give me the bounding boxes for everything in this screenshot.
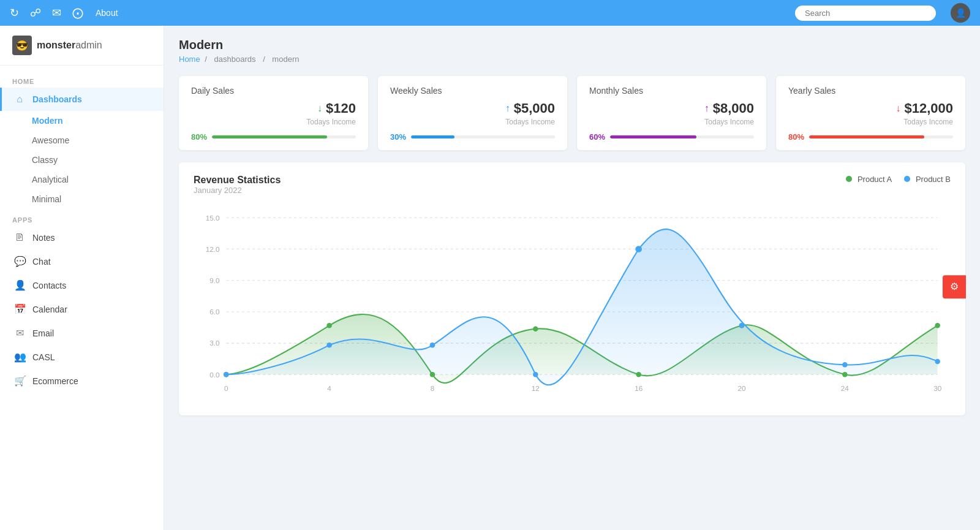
sidebar: 😎 monsteradmin HOME ⌂ Dashboards Modern … <box>0 26 164 530</box>
card-progress-monthly: 60% <box>589 132 754 142</box>
legend-product-a: Product A <box>846 175 892 184</box>
main-content: Modern Home / dashboards / modern Daily … <box>164 26 980 530</box>
sidebar-label-calendar: Calendar <box>32 305 67 314</box>
card-amount-daily: $120 <box>326 100 356 116</box>
legend-dot-b <box>904 176 910 182</box>
grid-icon[interactable]: ⨀ <box>72 6 83 20</box>
sidebar-subitem-analytical[interactable]: Analytical <box>0 170 164 189</box>
breadcrumb: Home / dashboards / modern <box>179 55 965 64</box>
email-icon[interactable]: ✉ <box>52 6 61 20</box>
logo-text: monsteradmin <box>37 40 102 51</box>
card-amount-row-weekly: ↑ $5,000 <box>390 100 555 116</box>
progress-bg-monthly <box>610 135 754 138</box>
progress-fill-yearly <box>809 135 924 138</box>
mail-icon: ✉ <box>14 327 25 339</box>
cart-icon: 🛒 <box>14 375 25 387</box>
sidebar-logo: 😎 monsteradmin <box>0 36 164 66</box>
sidebar-label-casl: CASL <box>32 352 55 362</box>
card-progress-yearly: 80% <box>788 132 953 142</box>
chart-title-group: Revenue Statistics January 2022 <box>194 175 281 202</box>
svg-point-21 <box>326 323 332 328</box>
sidebar-subitem-classy[interactable]: Classy <box>0 150 164 170</box>
sidebar-item-contacts[interactable]: 👤 Contacts <box>0 273 164 297</box>
svg-point-22 <box>430 372 435 377</box>
svg-point-26 <box>842 372 848 377</box>
progress-bg-daily <box>212 135 356 138</box>
card-subtitle-daily: Todays Income <box>191 118 356 126</box>
sidebar-label-contacts: Contacts <box>32 281 66 290</box>
back-icon[interactable]: ↻ <box>10 6 19 20</box>
card-amount-row-daily: ↓ $120 <box>191 100 356 116</box>
card-yearly-sales: Yearly Sales ↓ $12,000 Todays Income 80% <box>776 76 965 150</box>
chat-bubble-icon: 💬 <box>14 256 25 267</box>
sidebar-label-notes: Notes <box>32 233 55 243</box>
svg-point-30 <box>430 343 435 348</box>
svg-text:8: 8 <box>431 384 435 392</box>
avatar[interactable]: 👤 <box>951 3 970 23</box>
svg-point-33 <box>739 323 745 328</box>
svg-text:20: 20 <box>738 384 747 392</box>
logo-icon: 😎 <box>12 36 32 55</box>
sidebar-item-casl[interactable]: 👥 CASL <box>0 345 164 369</box>
about-link[interactable]: About <box>96 8 118 18</box>
card-title-monthly: Monthly Sales <box>589 86 754 96</box>
card-title-yearly: Yearly Sales <box>788 86 953 96</box>
card-title-daily: Daily Sales <box>191 86 356 96</box>
card-amount-weekly: $5,000 <box>514 100 555 116</box>
svg-point-28 <box>224 372 229 377</box>
svg-text:6.0: 6.0 <box>209 308 220 316</box>
page-title: Modern <box>179 38 965 52</box>
sidebar-item-calendar[interactable]: 📅 Calendar <box>0 297 164 321</box>
chart-title: Revenue Statistics <box>194 175 281 186</box>
svg-point-24 <box>636 372 641 377</box>
progress-fill-daily <box>212 135 327 138</box>
breadcrumb-modern: modern <box>272 55 299 64</box>
progress-fill-monthly <box>610 135 696 138</box>
card-arrow-weekly: ↑ <box>505 103 510 114</box>
sidebar-label-chat: Chat <box>32 257 51 267</box>
chart-subtitle: January 2022 <box>194 186 281 195</box>
card-pct-weekly: 30% <box>390 132 406 142</box>
sidebar-item-email[interactable]: ✉ Email <box>0 321 164 345</box>
sidebar-label-email: Email <box>32 328 54 338</box>
card-arrow-daily: ↓ <box>317 103 322 114</box>
card-daily-sales: Daily Sales ↓ $120 Todays Income 80% <box>179 76 368 150</box>
breadcrumb-dashboards: dashboards <box>214 55 256 64</box>
sidebar-subitem-modern[interactable]: Modern <box>0 111 164 131</box>
sidebar-subitem-minimal[interactable]: Minimal <box>0 189 164 209</box>
svg-text:12.0: 12.0 <box>206 245 220 253</box>
section-label-apps: APPS <box>0 209 164 226</box>
card-subtitle-monthly: Todays Income <box>589 118 754 126</box>
sidebar-item-dashboards[interactable]: ⌂ Dashboards <box>0 88 164 111</box>
sidebar-item-notes[interactable]: 🖹 Notes <box>0 226 164 249</box>
notes-icon: 🖹 <box>14 232 25 243</box>
svg-point-31 <box>533 372 538 377</box>
card-pct-daily: 80% <box>191 132 207 142</box>
home-icon: ⌂ <box>14 94 25 105</box>
svg-point-35 <box>935 359 940 365</box>
card-amount-row-yearly: ↓ $12,000 <box>788 100 953 116</box>
card-amount-yearly: $12,000 <box>904 100 953 116</box>
progress-bg-weekly <box>411 135 555 138</box>
sales-cards: Daily Sales ↓ $120 Todays Income 80% Wee… <box>179 76 965 150</box>
breadcrumb-home[interactable]: Home <box>179 55 200 64</box>
sidebar-item-chat[interactable]: 💬 Chat <box>0 249 164 273</box>
progress-fill-weekly <box>411 135 454 138</box>
chat-icon[interactable]: ☍ <box>30 6 41 20</box>
svg-text:24: 24 <box>841 384 850 392</box>
chart-header: Revenue Statistics January 2022 Product … <box>194 175 951 202</box>
search-input[interactable] <box>795 6 936 21</box>
progress-bg-yearly <box>809 135 953 138</box>
svg-text:0: 0 <box>224 384 228 392</box>
card-subtitle-weekly: Todays Income <box>390 118 555 126</box>
person-icon: 👤 <box>14 279 25 291</box>
chart-legend: Product A Product B <box>846 175 951 184</box>
card-amount-row-monthly: ↑ $8,000 <box>589 100 754 116</box>
sidebar-subitem-awesome[interactable]: Awesome <box>0 131 164 150</box>
sidebar-item-ecommerce[interactable]: 🛒 Ecommerce <box>0 369 164 393</box>
card-progress-weekly: 30% <box>390 132 555 142</box>
svg-point-32 <box>635 246 642 252</box>
card-pct-monthly: 60% <box>589 132 605 142</box>
card-subtitle-yearly: Todays Income <box>788 118 953 126</box>
card-progress-daily: 80% <box>191 132 356 142</box>
